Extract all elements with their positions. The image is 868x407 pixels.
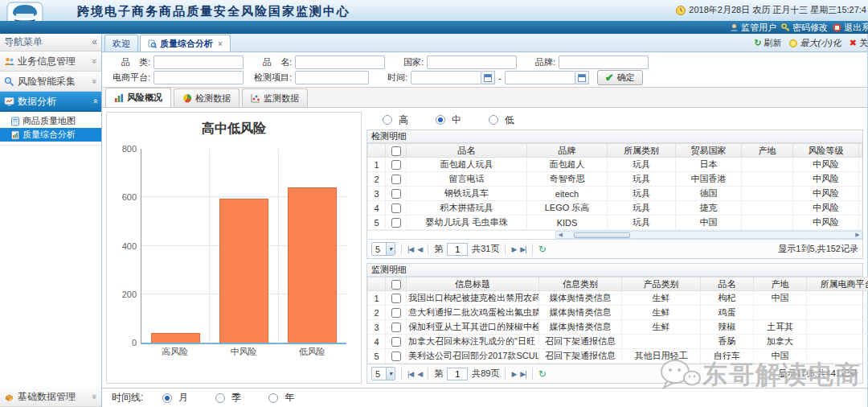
first-page-button[interactable]: |◀ — [407, 245, 413, 253]
row-checkbox[interactable] — [391, 160, 401, 170]
sidebar-group-business-info[interactable]: 业务信息管理 » — [0, 51, 101, 72]
user-account-link[interactable]: 监管用户 — [730, 22, 776, 34]
radio-option-年[interactable]: 年 — [268, 391, 294, 405]
refresh-grid-button[interactable]: ↻ — [538, 368, 546, 380]
row-checkbox[interactable] — [391, 189, 401, 199]
column-header[interactable]: 产品类别 — [622, 278, 701, 291]
radio-option-高[interactable]: 高 — [383, 113, 408, 127]
sidebar-group-risk-collect[interactable]: 风险智能采集 » — [0, 72, 101, 92]
scrollbar-thumb[interactable] — [574, 232, 630, 238]
change-password-link[interactable]: 密码修改 — [781, 22, 828, 34]
start-date-calendar-button[interactable] — [481, 71, 495, 84]
sidebar-group-base-data[interactable]: 基础数据管理 » — [0, 387, 101, 407]
select-all-checkbox[interactable] — [391, 146, 401, 156]
category-input[interactable] — [154, 56, 244, 69]
end-date-calendar-button[interactable] — [575, 71, 589, 84]
sidebar-group-data-analysis[interactable]: 数据分析 » — [0, 92, 101, 112]
table-row[interactable]: 3保加利亚从土耳其进口的辣椒中检媒体舆情类信息生鲜辣椒土耳其 — [368, 320, 868, 335]
scroll-left-icon[interactable]: ◀ — [556, 232, 564, 238]
row-checkbox[interactable] — [391, 337, 401, 347]
page-size-select[interactable]: 5 — [371, 367, 395, 380]
ctab-detection-data[interactable]: 检测数据 — [174, 88, 240, 107]
country-input[interactable] — [427, 56, 517, 69]
refresh-grid-button[interactable]: ↻ — [538, 244, 546, 255]
column-header[interactable]: 风险等级 — [793, 144, 859, 158]
select-all-checkbox[interactable] — [391, 280, 401, 290]
table-cell: KIDS — [527, 216, 608, 230]
page-input[interactable] — [447, 243, 468, 256]
last-page-button[interactable]: ▶| — [520, 245, 526, 253]
end-date-input[interactable] — [505, 71, 575, 84]
confirm-button[interactable]: ✔ 确定 — [597, 70, 643, 85]
table-row[interactable]: 2意大利通报二批次鸡蛋检出氟虫腈媒体舆情类信息生鲜鸡蛋 — [368, 306, 868, 320]
row-checkbox[interactable] — [391, 323, 401, 332]
platform-input[interactable] — [154, 71, 244, 84]
column-header[interactable]: 产地 — [742, 144, 793, 158]
close-button[interactable]: ✖ 关闭 — [850, 37, 868, 49]
table-cell: 加拿大召回未标注乳成分的"日旺 — [407, 335, 539, 349]
row-index-header — [368, 278, 386, 291]
sidebar-item-quality-map[interactable]: 商品质量地图 — [0, 114, 101, 128]
radio-option-月[interactable]: 月 — [162, 391, 188, 405]
row-select-cell — [386, 172, 407, 187]
scroll-right-icon[interactable]: ▶ — [854, 232, 862, 238]
table-row[interactable]: 5婴幼儿玩具 毛虫串珠KIDS玩具中国中风险 — [368, 216, 862, 230]
radio-option-季[interactable]: 季 — [215, 391, 241, 405]
table-row[interactable]: 1面包超人玩具面包超人玩具日本中风险 — [368, 158, 862, 172]
start-date-input[interactable] — [411, 71, 481, 84]
column-header[interactable]: 品牌 — [527, 144, 608, 158]
test-item-input[interactable] — [295, 71, 369, 84]
row-checkbox[interactable] — [391, 204, 401, 213]
logout-link[interactable]: 退出系统 — [833, 22, 868, 34]
radio-option-低[interactable]: 低 — [489, 113, 514, 127]
table-row[interactable]: 4积木拼搭玩具LEGO 乐高玩具捷克中风险 — [368, 201, 862, 216]
ctab-label: 检测数据 — [195, 90, 231, 107]
prev-page-button[interactable]: ◀ — [417, 370, 422, 378]
scrollbar-track[interactable]: ◀ ▶ — [555, 231, 862, 239]
sidebar-item-quality-analysis[interactable]: 质量综合分析 — [0, 128, 101, 142]
calendar-icon — [484, 74, 492, 82]
column-header[interactable]: 贸易国家 — [676, 144, 742, 158]
table-cell: 自行车 — [701, 349, 754, 364]
table-row[interactable]: 2留言电话奇智奇思玩具中国香港中风险 — [368, 172, 862, 187]
table-cell: 其他日用轻工 — [622, 349, 701, 364]
column-header[interactable]: 所属电商平台 — [807, 278, 868, 291]
brand-input[interactable] — [559, 56, 649, 69]
row-checkbox[interactable] — [391, 352, 401, 361]
column-header[interactable]: 产地 — [754, 278, 807, 291]
column-header[interactable]: 信息类别 — [539, 278, 622, 291]
table-row[interactable]: 3钢铁玩具车eitech玩具德国中风险 — [368, 187, 862, 201]
prev-page-button[interactable]: ◀ — [417, 245, 422, 253]
tab-welcome[interactable]: 欢迎 — [104, 35, 138, 51]
table-row[interactable]: 5美利达公司召回部分2017款SCUL召回下架通报信息其他日用轻工自行车中国 — [368, 349, 868, 364]
row-checkbox[interactable] — [391, 308, 401, 318]
column-header[interactable]: 品名 — [701, 278, 754, 291]
table-row[interactable]: 4加拿大召回未标注乳成分的"日旺召回下架通报信息香肠加拿大 — [368, 335, 868, 349]
row-checkbox[interactable] — [391, 175, 401, 184]
ctab-risk-overview[interactable]: 风险概况 — [105, 88, 171, 107]
row-checkbox[interactable] — [391, 218, 401, 228]
table-cell: 媒体舆情类信息 — [539, 320, 622, 335]
row-checkbox[interactable] — [391, 294, 401, 303]
first-page-button[interactable]: |◀ — [407, 370, 413, 378]
tab-close-icon[interactable]: × — [218, 36, 223, 51]
next-page-button[interactable]: ▶ — [511, 245, 516, 253]
last-page-button[interactable]: ▶| — [520, 370, 526, 378]
tab-quality-analysis[interactable]: 质量综合分析 × — [140, 35, 231, 51]
column-header[interactable]: 信息标题 — [407, 278, 539, 291]
refresh-button[interactable]: ↻ 刷新 — [754, 37, 781, 49]
row-spacer — [859, 216, 862, 230]
sidebar-collapse-button[interactable]: « — [92, 34, 97, 51]
page-size-select[interactable]: 5 — [371, 242, 395, 256]
radio-option-中[interactable]: 中 — [436, 113, 461, 127]
next-page-button[interactable]: ▶ — [511, 370, 516, 378]
row-spacer — [859, 201, 862, 216]
table-row[interactable]: 1我国出口枸杞被捷克检出禁用农药媒体舆情类信息生鲜枸杞中国 — [368, 291, 868, 306]
page-input[interactable] — [447, 368, 468, 380]
column-header[interactable]: 所属类别 — [608, 144, 676, 158]
maximize-button[interactable]: 最大(小)化 — [789, 37, 841, 49]
product-name-input[interactable] — [295, 56, 385, 69]
ctab-monitoring-data[interactable]: 监测数据 — [242, 88, 308, 107]
table-cell: 土耳其 — [754, 320, 807, 335]
column-header[interactable]: 品名 — [407, 144, 527, 158]
